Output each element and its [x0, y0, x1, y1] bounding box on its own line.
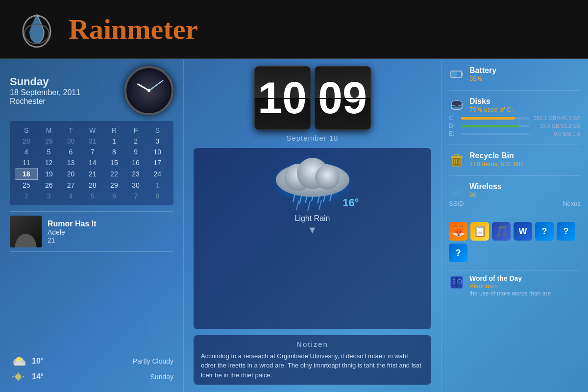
weather-condition: Light Rain — [294, 214, 330, 223]
wireless-svg — [450, 184, 464, 197]
disk-row-c: C: 356.1 GB/446.3 GB — [449, 115, 581, 122]
help-icon-2[interactable]: ? — [557, 222, 575, 241]
battery-svg — [450, 68, 464, 81]
disks-subtitle: 79% used of C: — [469, 106, 513, 113]
disk-d-label: D: — [449, 122, 459, 129]
cal-cell: 10 — [147, 147, 168, 157]
weather-widget: 16° Light Rain ▼ — [194, 148, 431, 329]
flip-clock-widget: 10 09 September 18 — [194, 66, 431, 142]
battery-value: 55% — [469, 75, 496, 82]
notizen-title: Notizen — [201, 340, 424, 348]
flip-hour: 10 — [254, 66, 311, 130]
media-icon[interactable]: 🎵 — [492, 222, 511, 241]
word-of-day-title: Word of the Day — [469, 274, 551, 282]
cal-header-r: R — [103, 125, 125, 136]
track-artist: Adele — [48, 228, 97, 236]
clock-hour-hand — [137, 83, 149, 92]
disk-e-value: 0.0 B/0.0 B — [532, 131, 581, 137]
wireless-icon — [449, 183, 465, 198]
cal-cell: 2 — [125, 136, 147, 147]
cal-cell: 16 — [125, 157, 147, 169]
album-art-image — [10, 216, 42, 247]
divider-4 — [449, 214, 581, 214]
cal-cell: 28 — [82, 180, 103, 191]
cal-cell: 3 — [147, 136, 168, 147]
app-icons-row: 🦊 📋 🎵 W ? ? ? — [449, 218, 581, 266]
calendar-widget: S M T W R F S 28293031123456789101112131… — [10, 121, 173, 205]
disk-rows: C: 356.1 GB/446.3 GB D: 16.4 GB/19.2 GB … — [449, 115, 581, 137]
rainmeter-logo-icon — [15, 7, 59, 51]
current-desc: Partly Cloudy — [54, 357, 173, 365]
cal-cell: 5 — [38, 147, 60, 157]
cal-cell: 11 — [15, 157, 38, 169]
disk-d-value: 16.4 GB/19.2 GB — [532, 123, 581, 129]
cal-cell: 8 — [147, 191, 168, 201]
svg-point-6 — [16, 357, 21, 362]
cal-cell: 3 — [38, 191, 60, 201]
disk-c-value: 356.1 GB/446.3 GB — [532, 115, 581, 121]
cal-cell: 15 — [103, 157, 125, 169]
svg-rect-44 — [461, 187, 463, 196]
cal-cell: 27 — [60, 180, 81, 191]
recycle-info: Recycle Bin 118 Items, 531 MB — [469, 151, 523, 168]
cal-cell: 7 — [82, 147, 103, 157]
disk-c-label: C: — [449, 115, 459, 122]
cal-cell: 14 — [82, 157, 103, 169]
divider-5 — [449, 270, 581, 270]
music-info: Rumor Has It Adele 21 — [48, 220, 97, 244]
disks-header: Disks 79% used of C: — [449, 97, 581, 113]
weather-expand-button[interactable]: ▼ — [308, 224, 318, 236]
firefox-icon[interactable]: 🦊 — [449, 222, 467, 241]
word-of-day-icon — [449, 274, 465, 290]
svg-rect-43 — [458, 189, 460, 196]
cal-cell: 23 — [125, 169, 147, 180]
disk-e-label: E: — [449, 130, 459, 137]
cal-cell: 9 — [125, 147, 147, 157]
cal-cell: 30 — [125, 180, 147, 191]
svg-point-32 — [451, 101, 462, 106]
forecast-temp: 14° — [32, 372, 49, 381]
recycle-svg — [450, 152, 464, 167]
svg-rect-37 — [455, 154, 459, 157]
notepad-icon[interactable]: 📋 — [470, 222, 489, 241]
recycle-header: Recycle Bin 118 Items, 531 MB — [449, 151, 581, 168]
ssid-value: Nexus — [563, 200, 581, 207]
cal-header-m: M — [38, 125, 60, 136]
cal-cell: 19 — [38, 169, 60, 180]
divider-3 — [449, 175, 581, 176]
disk-d-bar — [461, 125, 519, 127]
svg-point-15 — [315, 165, 340, 190]
recycle-value: 118 Items, 531 MB — [469, 160, 523, 168]
date-clock-section: Sunday 18 September, 2011 Rochester — [10, 66, 173, 115]
svg-rect-28 — [451, 72, 457, 77]
album-art — [10, 216, 42, 247]
right-panel: Battery 55% — [441, 59, 588, 392]
disk-c-bar — [461, 117, 515, 120]
music-player[interactable]: Rumor Has It Adele 21 — [10, 211, 173, 252]
forecast-desc: Sunday — [54, 373, 173, 381]
weather-cloud-container: 16° — [264, 153, 362, 212]
calendar-body: 2829303112345678910111213141516171819202… — [15, 136, 169, 201]
day-name: Sunday — [10, 75, 80, 88]
flip-date-label: September 18 — [286, 134, 338, 142]
cal-cell: 22 — [103, 169, 125, 180]
help-icon-3[interactable]: ? — [449, 244, 467, 262]
svg-rect-41 — [452, 193, 454, 196]
track-album: 21 — [48, 236, 97, 244]
wireless-header: Wireless 90 — [449, 182, 581, 198]
date-info: Sunday 18 September, 2011 Rochester — [10, 75, 80, 106]
word-icon-btn[interactable]: W — [514, 222, 532, 241]
cal-cell: 18 — [15, 169, 38, 180]
disk-icon — [449, 98, 465, 113]
wireless-title: Wireless — [469, 182, 502, 191]
disks-info: Disks 79% used of C: — [469, 97, 513, 113]
recycle-title: Recycle Bin — [469, 151, 523, 160]
help-icon-1[interactable]: ? — [535, 222, 554, 241]
battery-header: Battery 55% — [449, 66, 581, 82]
divider-2 — [449, 145, 581, 145]
disks-section: Disks 79% used of C: C: 356.1 GB/446.3 G… — [449, 95, 581, 141]
disk-e-bar-container — [461, 133, 529, 135]
calendar-table: S M T W R F S 28293031123456789101112131… — [15, 125, 169, 201]
svg-rect-42 — [455, 191, 457, 196]
wireless-info: Wireless 90 — [469, 182, 502, 198]
